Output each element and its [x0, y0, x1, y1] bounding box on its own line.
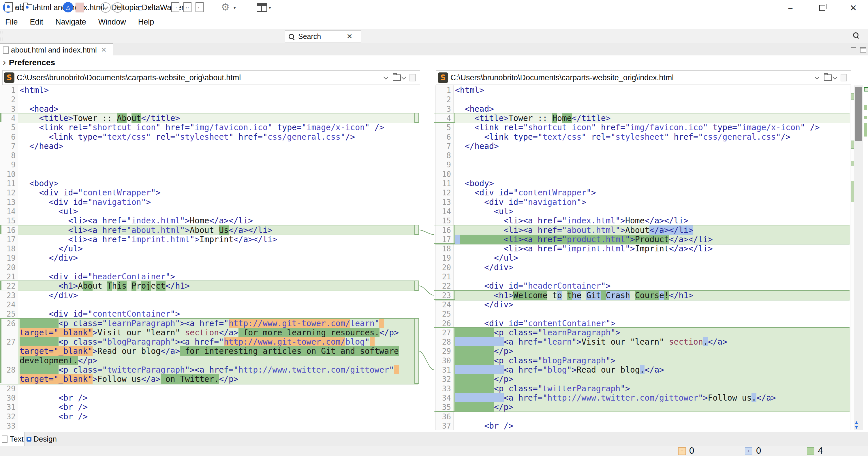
vertical-scrollbar[interactable]: [854, 85, 863, 430]
code-row[interactable]: <a href="learn">Visit our "learn" sectio…: [455, 337, 727, 347]
code-row[interactable]: <li><a href="about.html">About</a></li>: [455, 225, 693, 235]
code-row[interactable]: <div id="contentWrapper">: [20, 188, 161, 197]
chunk-handle[interactable]: [414, 281, 419, 290]
chunk-bracket[interactable]: [434, 113, 455, 123]
code-row[interactable]: target="_blank">Visit our "learn" sectio…: [20, 328, 399, 337]
new-comparison-button[interactable]: [5, 2, 13, 12]
code-row[interactable]: </p>: [455, 402, 513, 412]
code-row[interactable]: <h1>Welcome to the Git Crash Course!</h1…: [455, 291, 693, 300]
close-button[interactable]: ✕: [849, 3, 858, 12]
left-path-dropdown[interactable]: [384, 77, 388, 79]
code-row[interactable]: </p>: [455, 346, 513, 356]
swap-dropdown[interactable]: ▾: [148, 5, 151, 10]
chunk-handle[interactable]: [414, 225, 419, 235]
layout-button[interactable]: [257, 3, 267, 12]
menu-help[interactable]: Help: [133, 18, 161, 27]
code-row[interactable]: development.</p>: [20, 356, 97, 365]
right-path-dropdown[interactable]: [815, 77, 819, 79]
overview-change-mark[interactable]: [864, 123, 867, 137]
code-row[interactable]: <div id="contentContainer">: [455, 319, 615, 328]
change-marker[interactable]: [851, 141, 854, 149]
right-browse-button[interactable]: [823, 75, 837, 81]
code-row[interactable]: <ul>: [455, 207, 513, 216]
chunk-bracket[interactable]: [434, 327, 455, 412]
code-row[interactable]: <h1>About This Project</h1>: [20, 281, 190, 291]
code-row[interactable]: <link type="text/css" rel="stylesheet" h…: [20, 132, 355, 142]
code-row[interactable]: <a href="blog">Read our blog.</a>: [455, 365, 664, 375]
code-row[interactable]: <div id="contentWrapper">: [455, 188, 596, 197]
previous-change-button[interactable]: [113, 2, 123, 13]
code-row[interactable]: <link rel="shortcut icon" href="img/favi…: [455, 123, 819, 132]
code-row[interactable]: <html>: [20, 85, 49, 95]
global-search-button[interactable]: [853, 32, 859, 38]
code-row[interactable]: <br />: [20, 393, 88, 403]
open-folder-dropdown[interactable]: ▾: [35, 5, 37, 10]
menu-edit[interactable]: Edit: [25, 18, 51, 27]
code-row[interactable]: <div id="contentContainer">: [20, 309, 180, 319]
compare-button[interactable]: △: [63, 2, 73, 12]
code-row[interactable]: <li><a href="index.html">Home</a></li>: [455, 216, 688, 225]
menu-file[interactable]: File: [0, 18, 25, 27]
code-row[interactable]: <div id="headerContainer">: [455, 281, 611, 291]
code-row[interactable]: <br />: [20, 402, 88, 412]
left-save-button[interactable]: [409, 74, 416, 81]
code-row[interactable]: <head>: [455, 104, 494, 114]
minimize-view-button[interactable]: [851, 47, 858, 52]
scrollbar-thumb[interactable]: [855, 87, 862, 141]
search-input[interactable]: [298, 32, 345, 41]
code-row[interactable]: </head>: [455, 141, 499, 151]
code-row[interactable]: <li><a href="imprint.html">Imprint</a></…: [455, 244, 713, 253]
code-row[interactable]: <li><a href="imprint.html">Imprint</a></…: [20, 235, 277, 244]
overview-ruler[interactable]: [863, 85, 868, 430]
toolbar-drag-handle[interactable]: [1, 31, 3, 41]
code-row[interactable]: <p class="learnParagraph">: [455, 328, 620, 337]
code-row[interactable]: <link type="text/css" rel="stylesheet" h…: [455, 132, 790, 142]
code-row[interactable]: <br />: [20, 412, 88, 421]
restore-button[interactable]: [818, 3, 827, 12]
code-row[interactable]: target="_blank">Read our blog</a> for in…: [20, 346, 399, 356]
chunk-bracket[interactable]: [434, 290, 455, 300]
code-row[interactable]: <li><a href="product.html">Product</a></…: [455, 235, 713, 244]
swap-sides-button[interactable]: →←: [137, 3, 143, 11]
code-row[interactable]: <div id="headerContainer">: [20, 272, 175, 281]
layout-dropdown[interactable]: ▾: [269, 5, 271, 10]
chunk-bracket[interactable]: [434, 225, 455, 244]
settings-dropdown[interactable]: ▾: [234, 5, 236, 10]
diff-editor[interactable]: 1<html>23 <head>4 <title>Tower :: About<…: [0, 85, 868, 430]
tab-text-view[interactable]: Text: [0, 432, 25, 446]
left-file-header[interactable]: S C:\Users\brunobrito\Documents\carparts…: [2, 70, 420, 85]
code-row[interactable]: <p class="twitterParagraph"><a href="htt…: [20, 365, 399, 375]
change-marker[interactable]: [851, 161, 854, 166]
stop-button[interactable]: [75, 3, 84, 12]
minimize-button[interactable]: –: [786, 3, 795, 12]
code-row[interactable]: <div id="navigation">: [455, 197, 586, 207]
code-row[interactable]: <title>Tower :: Home</title>: [455, 113, 611, 123]
code-row[interactable]: <html>: [455, 85, 484, 95]
overview-change-mark[interactable]: [864, 116, 867, 119]
chunk-handle[interactable]: [414, 318, 419, 384]
tab-close-icon[interactable]: ✕: [101, 46, 107, 54]
code-row[interactable]: <p class="blogParagraph"><a href="http:/…: [20, 337, 375, 347]
code-row[interactable]: </div>: [455, 300, 513, 309]
code-row[interactable]: <head>: [20, 104, 59, 114]
code-row[interactable]: <div id="navigation">: [20, 197, 151, 207]
code-row[interactable]: <br />: [455, 421, 513, 430]
right-save-button[interactable]: [841, 74, 847, 81]
new-comparison-dropdown[interactable]: ▾: [15, 5, 17, 10]
code-row[interactable]: <title>Tower :: About</title>: [20, 113, 180, 123]
open-folder-compare-button[interactable]: [23, 2, 32, 11]
copy-all-button[interactable]: ↔: [183, 2, 191, 12]
code-row[interactable]: <ul>: [20, 207, 78, 216]
search-box[interactable]: ✕: [285, 30, 361, 42]
code-row[interactable]: <body>: [20, 179, 59, 188]
change-marker[interactable]: [851, 93, 854, 99]
code-row[interactable]: </div>: [20, 253, 78, 263]
current-change-mark[interactable]: [864, 87, 868, 91]
code-row[interactable]: <p class="learnParagraph"><a href="http:…: [20, 319, 384, 328]
code-row[interactable]: <a href="http://www.twitter.com/gittower…: [455, 393, 776, 403]
change-marker-strip[interactable]: [850, 85, 854, 430]
maximize-view-button[interactable]: [860, 47, 866, 53]
code-row[interactable]: <link rel="shortcut icon" href="img/favi…: [20, 123, 384, 132]
code-row[interactable]: </p>: [455, 374, 513, 384]
code-row[interactable]: </ul>: [455, 253, 518, 263]
